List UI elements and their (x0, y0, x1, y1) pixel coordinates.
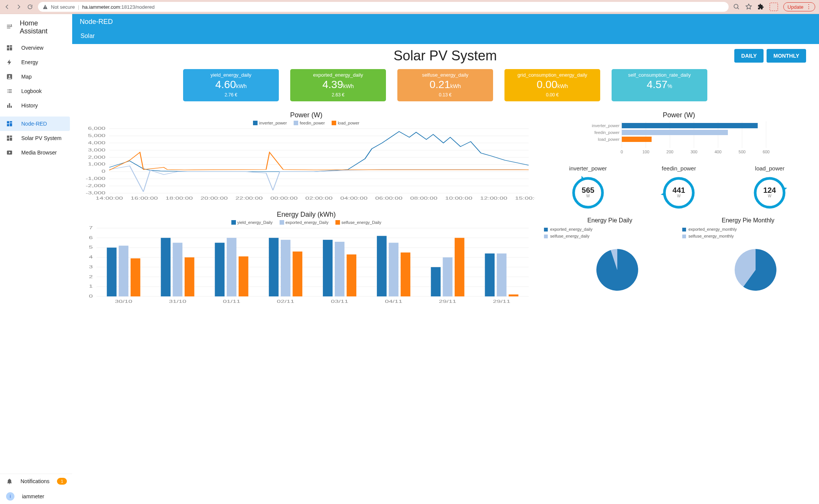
svg-rect-100 (497, 254, 507, 296)
pie-daily-chart[interactable] (542, 239, 677, 293)
svg-text:0: 0 (89, 294, 93, 298)
header-subtitle: Solar (72, 30, 819, 44)
brand-row: Home Assistant (0, 14, 72, 41)
svg-rect-19 (7, 139, 9, 141)
dashboard-icon (6, 120, 14, 127)
svg-rect-9 (7, 105, 8, 108)
svg-rect-73 (131, 258, 141, 296)
stat-selfuse_energy_daily[interactable]: selfuse_energy_daily0.21kWh0.13 € (397, 69, 493, 101)
avatar: i (6, 492, 14, 501)
pie-daily-title: Energy Pie Daily (542, 217, 677, 224)
svg-rect-97 (455, 238, 465, 296)
power-line-card: Power (W) inverter_powerfeedin_powerload… (75, 108, 537, 208)
star-icon[interactable] (745, 3, 752, 10)
gauge-load_power: load_power124W (751, 165, 789, 212)
bolt-icon (6, 59, 14, 66)
stat-grid_consumption_energy_daily[interactable]: grid_consumption_energy_daily0.00kWh0.00… (504, 69, 600, 101)
sidebar-item-label: Media Browser (21, 150, 57, 156)
svg-rect-89 (346, 254, 356, 296)
svg-text:load_power: load_power (598, 137, 620, 142)
svg-rect-79 (215, 243, 225, 296)
header-title: Node-RED (72, 14, 819, 30)
svg-rect-17 (10, 135, 12, 137)
sidebar-item-energy[interactable]: Energy (0, 55, 70, 69)
svg-rect-96 (443, 257, 453, 296)
svg-rect-87 (323, 240, 333, 296)
svg-rect-3 (7, 45, 9, 47)
svg-text:00:00:00: 00:00:00 (270, 196, 298, 200)
sidebar-item-overview[interactable]: Overview (0, 41, 70, 55)
svg-text:16:00:00: 16:00:00 (131, 196, 158, 200)
svg-text:2,000: 2,000 (88, 154, 106, 159)
sidebar-item-node-red[interactable]: Node-RED (0, 117, 70, 131)
account-label: iammeter (22, 493, 44, 499)
sidebar-notifications[interactable]: Notifications 1 (0, 474, 70, 488)
back-button[interactable] (4, 3, 11, 10)
svg-text:W: W (768, 194, 772, 198)
svg-text:1: 1 (89, 284, 93, 288)
app-icon[interactable] (770, 3, 778, 11)
sidebar: Home Assistant OverviewEnergyMapLogbookH… (0, 14, 72, 504)
browser-actions: Update⋮ (733, 2, 815, 11)
svg-text:5: 5 (89, 245, 93, 249)
sidebar-item-media-browser[interactable]: Media Browser (0, 145, 70, 160)
svg-rect-92 (389, 243, 398, 296)
sidebar-account[interactable]: i iammeter (0, 488, 70, 504)
pie-monthly-chart[interactable] (681, 239, 815, 293)
svg-rect-72 (119, 246, 128, 296)
svg-point-8 (9, 75, 11, 77)
pie-monthly-legend: exported_energy_monthlyselfuse_energy_mo… (681, 226, 815, 239)
sidebar-item-history[interactable]: History (0, 98, 70, 113)
svg-text:-1,000: -1,000 (85, 176, 105, 181)
svg-rect-95 (431, 267, 441, 296)
svg-rect-71 (107, 247, 117, 296)
pie-daily-block: Energy Pie Daily exported_energy_dailyse… (542, 217, 677, 294)
reload-button[interactable] (27, 3, 33, 10)
svg-text:6: 6 (89, 235, 93, 240)
notifications-badge: 1 (57, 478, 67, 485)
power-line-legend: inverter_powerfeedin_powerload_power (77, 121, 535, 125)
stat-self_consumption_rate_daily[interactable]: self_consumption_rate_daily4.57% (612, 69, 707, 101)
svg-text:01/11: 01/11 (223, 299, 240, 304)
power-hbar-chart[interactable]: 0100200300400500600inverter_powerfeedin_… (545, 121, 813, 155)
stat-exported_energy_daily[interactable]: exported_energy_daily4.39kWh2.63 € (290, 69, 386, 101)
update-button[interactable]: Update⋮ (783, 2, 815, 11)
sidebar-item-logbook[interactable]: Logbook (0, 84, 70, 98)
energy-bar-chart[interactable]: 0123456730/1031/1001/1102/1103/1104/1129… (77, 226, 535, 306)
svg-text:1,000: 1,000 (88, 162, 106, 166)
sidebar-item-solar-pv-system[interactable]: Solar PV System (0, 131, 70, 145)
zoom-icon[interactable] (733, 3, 740, 10)
svg-rect-81 (239, 257, 248, 296)
pie-monthly-title: Energy Pie Monthly (681, 217, 815, 224)
svg-rect-1 (45, 8, 45, 8)
sidebar-item-map[interactable]: Map (0, 69, 70, 84)
svg-text:12:00:00: 12:00:00 (480, 196, 508, 200)
account-box-icon (6, 73, 14, 80)
gauge-inverter_power: inverter_power565W (569, 165, 607, 212)
svg-rect-88 (335, 242, 345, 296)
svg-rect-11 (11, 106, 12, 108)
kebab-icon: ⋮ (806, 4, 811, 10)
svg-rect-75 (161, 238, 171, 296)
period-daily-button[interactable]: DAILY (734, 49, 764, 63)
period-monthly-button[interactable]: MONTHLY (767, 49, 806, 63)
extensions-icon[interactable] (757, 3, 764, 10)
url-bar[interactable]: Not secure | ha.iammeter.com:18123/noder… (38, 2, 729, 12)
sidebar-item-label: Logbook (21, 88, 42, 94)
svg-point-2 (734, 4, 738, 8)
gauge-feedin_power: feedin_power441W (660, 165, 698, 212)
svg-rect-6 (7, 48, 9, 50)
url-text: ha.iammeter.com:18123/nodered (82, 4, 155, 10)
stat-yield_energy_daily[interactable]: yield_energy_daily4.60kWh2.76 € (183, 69, 279, 101)
svg-text:04:00:00: 04:00:00 (340, 196, 368, 200)
energy-bar-legend: yield_energy_Dailyexported_energy_Dailys… (77, 220, 535, 225)
svg-text:inverter_power: inverter_power (592, 123, 620, 128)
svg-text:31/10: 31/10 (169, 299, 186, 304)
svg-rect-0 (45, 6, 45, 8)
menu-icon[interactable] (6, 23, 13, 32)
sidebar-item-label: Solar PV System (21, 135, 62, 141)
power-line-chart[interactable]: -3,000-2,000-1,00001,0002,0003,0004,0005… (77, 127, 535, 203)
sidebar-item-label: Overview (21, 45, 43, 51)
forward-button[interactable] (15, 3, 22, 10)
svg-text:0: 0 (101, 169, 105, 173)
